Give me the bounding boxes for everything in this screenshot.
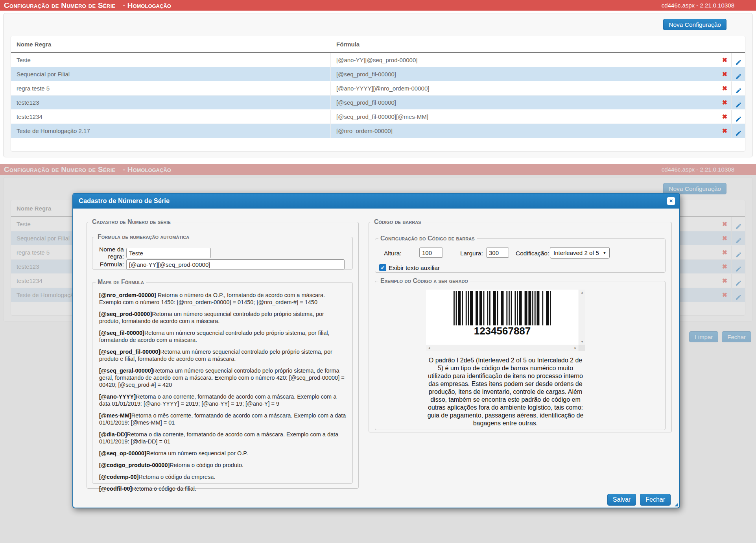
altura-input[interactable] — [419, 247, 443, 258]
map-item: [@ano-YYYY]Retorna o ano corrente, forma… — [99, 393, 346, 407]
rule-formula: [@seq_prod_fil-00000] — [330, 67, 718, 81]
edit-pencil-icon[interactable] — [735, 96, 742, 109]
cadastro-numero-serie-dialog: Cadastro de Número de Série ✕ Cadastro d… — [72, 193, 680, 508]
rules-table: Nome Regra Fórmula Teste [@ano-YY][@seq_… — [11, 36, 745, 151]
rule-formula: [@seq_prod_fil-00000][@mes-MM] — [330, 110, 718, 124]
page-copy-top: Configuração de Numero de Série - Homolo… — [0, 0, 756, 164]
checkmark-icon: ✔ — [381, 265, 385, 271]
codigo-barras-fieldset: Código de barras Configuração do Código … — [369, 218, 672, 432]
edit-pencil-icon[interactable] — [735, 110, 742, 124]
table-row: Teste [@ano-YY][@seq_prod-00000] ✖ — [11, 53, 745, 67]
salvar-button[interactable]: Salvar — [607, 494, 636, 506]
edit-pencil-icon[interactable] — [735, 67, 742, 81]
map-item: [@seq_op-00000]Retorna um número sequenc… — [99, 450, 346, 457]
map-item: [@seq_geral-00000]Retorna um número sequ… — [99, 367, 346, 388]
largura-input[interactable] — [486, 247, 509, 258]
delete-icon[interactable]: ✖ — [722, 99, 727, 106]
column-header-delete — [718, 36, 731, 52]
formula-fieldset: Fórmula de numeração automática Nome da … — [92, 233, 353, 270]
scroll-up-icon[interactable]: ▲ — [581, 291, 584, 294]
rule-name: Sequencial por Filial — [11, 67, 330, 81]
map-item: [@seq_fil-00000]Retorna um número sequen… — [99, 329, 346, 344]
resize-handle[interactable] — [675, 503, 678, 506]
map-item: [@codfil-00]Retorna o código da filial. — [99, 485, 346, 492]
mapa-formula-list: [@nro_ordem-00000] Retorna o número da O… — [92, 286, 352, 492]
scroll-down-icon[interactable]: ▼ — [581, 340, 584, 344]
edit-pencil-icon[interactable] — [735, 81, 742, 95]
barcode-digits: 1234567887 — [426, 325, 579, 337]
table-row: teste1234 [@seq_prod_fil-00000][@mes-MM]… — [11, 110, 745, 124]
column-header-nome: Nome Regra — [11, 36, 330, 52]
formula-label: Fórmula: — [92, 261, 126, 268]
delete-icon[interactable]: ✖ — [722, 57, 727, 63]
edit-pencil-icon[interactable] — [735, 124, 742, 138]
codificacao-select[interactable]: Interleaved 2 of 5 ▼ — [550, 247, 610, 259]
map-item: [@codemp-00]Retorna o código da empresa. — [99, 473, 346, 480]
delete-icon[interactable]: ✖ — [722, 113, 727, 120]
mapa-formula-fieldset: Mapa de Fórmula [@nro_ordem-00000] Retor… — [92, 279, 353, 484]
nova-configuracao-button[interactable]: Nova Configuração — [663, 19, 726, 30]
scroll-left-icon[interactable]: ◄ — [428, 346, 431, 350]
delete-icon[interactable]: ✖ — [722, 71, 727, 78]
barcode-bars — [454, 291, 551, 325]
delete-icon[interactable]: ✖ — [722, 127, 727, 134]
page-title: Configuração de Numero de Série — [4, 1, 116, 9]
cadastro-legend: Cadastro de Numero de série — [90, 218, 173, 225]
formula-legend: Fórmula de numeração automática — [96, 233, 191, 240]
map-item: [@seq_prod_fil-00000]Retorna um número s… — [99, 348, 346, 362]
codificacao-label: Codificação: — [516, 250, 549, 257]
config-codigo-barras-fieldset: Configuração do Código de barras Altura:… — [375, 235, 666, 273]
page-title-group: Configuração de Numero de Série - Homolo… — [4, 1, 171, 10]
codificacao-selected-value: Interleaved 2 of 5 — [553, 249, 599, 256]
rule-name: teste1234 — [11, 110, 330, 124]
app-header: Configuração de Numero de Série - Homolo… — [0, 0, 756, 11]
map-item: [@seq_prod-00000]Retorna um número seque… — [99, 310, 346, 325]
column-header-edit — [731, 36, 745, 52]
map-item: [@dia-DD]Retorna o dia corrente, formata… — [99, 431, 346, 445]
altura-label: Altura: — [384, 250, 402, 257]
fechar-modal-button[interactable]: Fechar — [640, 494, 671, 506]
scrollbar-corner — [579, 345, 585, 351]
table-row: teste123 [@seq_prod_fil-00000] ✖ — [11, 96, 745, 110]
table-row: regra teste 5 [@ano-YYYY][@nro_ordem-000… — [11, 81, 745, 96]
column-header-formula: Fórmula — [330, 36, 718, 52]
rule-formula: [@seq_prod_fil-00000] — [330, 96, 718, 109]
page-version: cd446c.aspx - 2.21.0.10308 — [662, 2, 734, 9]
delete-icon[interactable]: ✖ — [722, 85, 727, 92]
chevron-down-icon: ▼ — [603, 251, 607, 255]
codigo-barras-legend: Código de barras — [372, 218, 423, 225]
exibir-texto-checkbox[interactable]: ✔ — [379, 264, 386, 271]
map-item: [@mes-MM]Retorna o mês corrente, formata… — [99, 412, 346, 426]
scroll-right-icon[interactable]: ► — [574, 346, 577, 350]
horizontal-scrollbar[interactable]: ◄ ► — [426, 345, 579, 351]
table-row: Sequencial por Filial [@seq_prod_fil-000… — [11, 67, 745, 81]
rule-name: teste123 — [11, 96, 330, 109]
rule-formula: [@ano-YYYY][@nro_ordem-00000] — [330, 81, 718, 95]
nome-regra-label: Nome da regra: — [92, 246, 126, 260]
dialog-titlebar[interactable]: Cadastro de Número de Série — [73, 194, 679, 209]
formula-row: Fórmula: — [92, 259, 348, 270]
map-item: [@nro_ordem-00000] Retorna o número da O… — [99, 292, 346, 306]
content-panel: Nova Configuração Nome Regra Fórmula Tes… — [3, 13, 753, 157]
exemplo-codigo-legend: Exemplo do Código a ser gerado — [378, 277, 470, 284]
rule-formula: [@ano-YY][@seq_prod-00000] — [330, 53, 718, 67]
formula-input[interactable] — [126, 259, 345, 270]
largura-label: Largura: — [460, 250, 483, 257]
nome-regra-row: Nome da regra: — [92, 246, 348, 260]
map-item: [@codigo_produto-00000]Retorna o código … — [99, 462, 346, 469]
barcode-preview: 1234567887 — [426, 290, 579, 345]
nome-regra-input[interactable] — [126, 248, 211, 258]
exibir-texto-label: Exibir texto auxiliar — [389, 264, 440, 272]
close-icon[interactable]: ✕ — [667, 197, 675, 205]
rule-formula: [@nro_ordem-00000] — [330, 124, 718, 138]
edit-pencil-icon[interactable] — [735, 53, 742, 67]
dialog-title: Cadastro de Número de Série — [79, 197, 170, 204]
config-codigo-barras-legend: Configuração do Código de barras — [378, 235, 477, 242]
rule-name: Teste de Homologação 2.17 — [11, 124, 330, 138]
vertical-scrollbar[interactable]: ▲ ▼ — [579, 290, 585, 345]
barcode-description: O padrão I 2de5 (Interleaved 2 of 5 ou I… — [426, 356, 585, 427]
mapa-formula-legend: Mapa de Fórmula — [96, 279, 146, 286]
barcode-viewport: 1234567887 ▲ ▼ ◄ ► — [426, 290, 585, 351]
table-row: Teste de Homologação 2.17 [@nro_ordem-00… — [11, 124, 745, 138]
table-header-row: Nome Regra Fórmula — [11, 36, 745, 53]
